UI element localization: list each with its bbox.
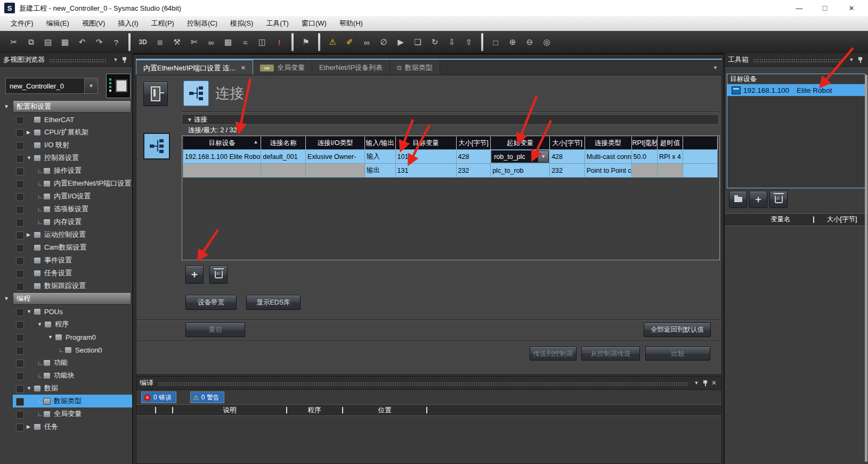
warning-count-badge[interactable]: ⚠ 0 警告 [190,391,224,403]
col-connection-io-type[interactable]: 连接I/O类型 [306,137,365,150]
pin-icon[interactable] [703,380,707,386]
transfer-from-controller-button[interactable]: 从控制器传送 [581,347,640,361]
controller-selector[interactable]: new_Controller_0 ▼ [5,78,98,94]
cell-connection-type[interactable]: Multi-cast conn [585,150,631,164]
tree-item-cpu-rack[interactable]: ▶CPU/扩展机架 [0,126,132,139]
view-3d-icon[interactable]: 3D [135,34,151,50]
tree-item-cam-data[interactable]: Cam数据设置 [0,241,132,254]
menu-simulation[interactable]: 模拟(S) [224,16,259,31]
cell-size-2[interactable]: 428 [550,150,585,164]
tree-item-data-trace[interactable]: 数据跟踪设置 [0,279,132,292]
cell-originator-variable[interactable]: rob_to_plc ▼ [491,150,550,164]
minimize-button[interactable]: — [790,2,808,14]
redo-icon[interactable]: ↷ [91,34,107,50]
pin-icon[interactable] [858,57,862,63]
tree-section-programming[interactable]: ▼ 编程 [0,292,132,305]
undo-icon[interactable]: ↶ [74,34,90,50]
register-device-button[interactable] [729,191,747,208]
originator-variable-combobox[interactable]: rob_to_plc ▼ [491,150,549,163]
tree-item-task-settings[interactable]: 任务设置 [0,267,132,279]
menu-insert[interactable]: 插入(I) [111,16,144,31]
download-to-controller-icon[interactable]: ⇩ [444,34,460,50]
chevron-down-icon[interactable]: ▼ [111,57,120,62]
menu-window[interactable]: 窗口(W) [295,16,333,31]
tab-ethernet-ip-port-settings[interactable]: 内置EtherNet/IP端口设置 连... ✕ [136,60,253,76]
tree-item-option-board[interactable]: ∟选项板设置 [0,203,132,215]
cell-size-2[interactable]: 232 [550,164,585,178]
col-target-variable[interactable]: 目标变量 [395,137,456,150]
tree-item-memory-settings[interactable]: ∟内存设置 [0,215,132,228]
run-icon[interactable]: ▶ [393,34,409,50]
tree-item-operation-settings[interactable]: ∟操作设置 [0,164,132,177]
tab-data-types[interactable]: ⧉ 数据类型 [390,60,440,76]
target-device-item[interactable]: 192.168.1.100 Elite Robot [727,84,865,96]
chevron-down-icon[interactable]: ▼ [538,151,548,162]
col-connection-type[interactable]: 连接类型 [585,137,631,150]
paste-icon[interactable]: ▤ [40,34,56,50]
show-eds-library-button[interactable]: 显示EDS库 [246,295,301,310]
compare-button[interactable]: 比较 [645,347,710,361]
delete-device-button[interactable] [769,191,788,208]
tree-item-io-map[interactable]: I/O 映射 [0,139,132,151]
col-target-device[interactable]: 目标设备▲ [183,137,261,150]
tree-item-controller-settings[interactable]: ▼控制器设置 [0,151,132,164]
cell-size[interactable]: 428 [456,150,491,164]
cell-target-variable[interactable]: 131 [395,164,456,178]
tree-item-ethernet-ip-port[interactable]: ∟内置EtherNet/IP端口设置 [0,177,132,190]
close-button[interactable]: ✕ [842,2,861,14]
col-connection-name[interactable]: 连接名称 [261,137,306,150]
add-connection-button[interactable]: + [185,266,204,284]
tree-item-ethercat[interactable]: EtherCAT [0,113,132,126]
col-rpi-ms[interactable]: RPI[毫秒] [631,137,657,150]
error-list-icon[interactable]: ! [271,34,287,50]
zoom-in-icon[interactable]: ⊕ [505,34,521,50]
tree-item-function-blocks[interactable]: ∟功能块 [0,369,132,382]
delete-connection-button[interactable] [209,266,228,284]
tree-section-config[interactable]: ▼ 配置和设置 [0,100,132,113]
binoculars-icon[interactable]: ◫ [254,34,270,50]
insert-block-icon[interactable]: ⧈ [152,34,168,50]
tab-ethernet-ip-device-list[interactable]: EtherNet/IP设备列表 [312,60,390,76]
col-timeout[interactable]: 超时值 [657,137,683,150]
zoom-out-icon[interactable]: ⊖ [522,34,538,50]
menu-help[interactable]: 帮助(H) [333,16,369,31]
copy-icon[interactable]: ⧉ [23,34,39,50]
menu-view[interactable]: 视图(V) [76,16,111,31]
cell-size[interactable]: 232 [456,164,491,178]
data-trace-icon[interactable]: ≈ [237,34,253,50]
pin-icon[interactable] [123,57,126,63]
tree-item-data-types[interactable]: ∟数据类型 [0,395,132,407]
tree-item-functions[interactable]: ∟功能 [0,356,132,369]
transfer-to-controller-button[interactable]: 传送到控制器 [530,347,577,361]
menu-edit[interactable]: 编辑(E) [40,16,76,31]
col-size-bytes[interactable]: 大小[字节] [456,137,491,150]
close-icon[interactable]: ✕ [710,379,718,387]
restore-button[interactable]: □ [816,2,834,14]
check-program-icon[interactable]: ⚑ [298,34,314,50]
tree-item-section0[interactable]: ∟Section0 [0,343,132,356]
variable-cut-icon[interactable]: ✄ [186,34,202,50]
add-device-button[interactable]: + [749,191,767,208]
delete-icon[interactable]: ▦ [57,34,73,50]
cell-rpi[interactable]: 50.0 [631,150,657,164]
reset-all-defaults-button[interactable]: 全部返回到默认值 [644,323,711,337]
device-view-button[interactable] [143,82,168,106]
cell-io-type[interactable]: Exlusive Owner- [306,150,365,164]
stop-monitor-icon[interactable]: ∅ [376,34,392,50]
tab-global-variables[interactable]: var 全局变量 [253,60,312,76]
menu-tools[interactable]: 工具(T) [259,16,295,31]
io-table-icon[interactable]: ▦ [220,34,236,50]
col-input-output[interactable]: 输入/输出 [365,137,396,150]
tab-overflow-icon[interactable]: ▼ [713,60,722,76]
error-count-badge[interactable]: ✕ 0 错误 [141,391,176,403]
tree-item-tasks[interactable]: ▶任务 [0,420,132,433]
cell-originator-variable[interactable]: plc_to_rob [491,164,550,178]
cell-target-device[interactable]: 192.168.1.100 Elite Robot C [183,150,261,164]
menu-controller[interactable]: 控制器(C) [181,16,224,31]
cell-connection-name[interactable]: default_001 [261,150,306,164]
rebuild-icon[interactable]: ✐ [342,34,358,50]
tree-item-pous[interactable]: ▼POUs [0,305,132,318]
connection-view-button[interactable] [143,133,170,159]
scrollbar[interactable] [865,75,867,462]
chevron-down-icon[interactable]: ▼ [84,78,98,93]
